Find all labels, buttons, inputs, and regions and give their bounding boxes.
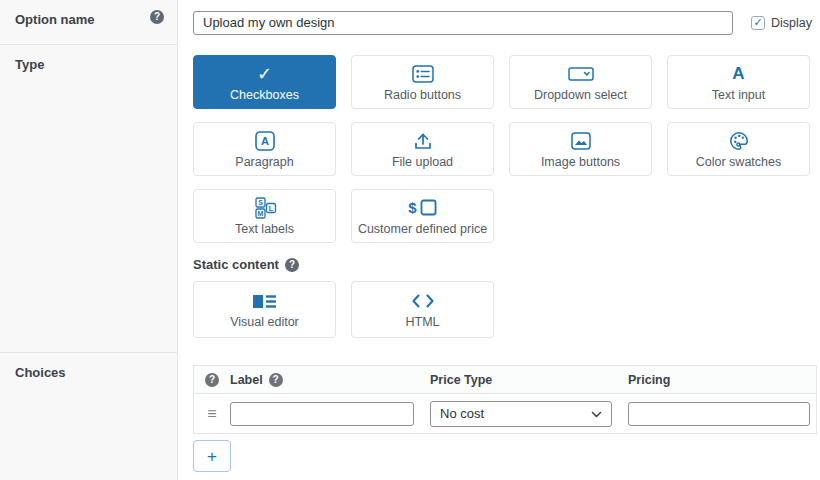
tile-color-swatches[interactable]: Color swatches [667, 122, 810, 176]
price-type-selected-value: No cost [440, 406, 484, 421]
tile-label: Image buttons [541, 156, 620, 169]
tile-text-labels[interactable]: S M L Text labels [193, 189, 336, 243]
choices-content: ? Label ? Price Type Pricing ≡ [178, 353, 820, 480]
static-tile-grid: Visual editor HTML [193, 281, 812, 338]
display-label: Display [771, 16, 812, 30]
type-tile-grid: ✓ Checkboxes Radio buttons [193, 55, 812, 243]
choices-table: ? Label ? Price Type Pricing ≡ [193, 365, 817, 434]
tile-label: Text labels [235, 223, 294, 236]
tile-label: Paragraph [235, 156, 293, 169]
pricing-column-header: Pricing [628, 373, 670, 387]
tile-label: File upload [392, 156, 453, 169]
tile-text-input[interactable]: A Text input [667, 55, 810, 109]
display-checkbox[interactable]: ✓ [751, 16, 765, 30]
tile-label: HTML [405, 316, 439, 329]
option-name-input[interactable] [193, 11, 733, 35]
drag-handle-icon[interactable]: ≡ [207, 406, 216, 422]
svg-text:M: M [257, 210, 263, 217]
svg-text:A: A [261, 135, 269, 147]
svg-text:S: S [258, 199, 263, 206]
tile-dropdown-select[interactable]: Dropdown select [509, 55, 652, 109]
type-row: Type ✓ Checkboxes [0, 45, 820, 353]
static-content-help-icon[interactable]: ? [285, 258, 299, 272]
option-editor-form: Option name ? ✓ Display Type ✓ Checkboxe… [0, 0, 820, 480]
tile-label: Checkboxes [230, 89, 299, 102]
image-icon [571, 130, 591, 152]
tile-file-upload[interactable]: File upload [351, 122, 494, 176]
choices-label-cell: Choices [0, 353, 178, 480]
dollar-box-icon: $ [408, 197, 436, 219]
size-labels-icon: S M L [253, 197, 277, 219]
tile-label: Text input [712, 89, 766, 102]
upload-icon [413, 130, 433, 152]
radio-list-icon [412, 63, 434, 85]
tile-checkboxes[interactable]: ✓ Checkboxes [193, 55, 336, 109]
tile-visual-editor[interactable]: Visual editor [193, 281, 336, 338]
letter-a-icon: A [732, 63, 744, 85]
option-name-label: Option name [15, 12, 94, 27]
palette-icon [729, 130, 749, 152]
check-icon: ✓ [753, 17, 762, 28]
price-type-column-header: Price Type [430, 373, 492, 387]
svg-text:L: L [268, 204, 273, 211]
tile-image-buttons[interactable]: Image buttons [509, 122, 652, 176]
tile-label: Visual editor [230, 316, 299, 329]
code-brackets-icon [411, 290, 435, 312]
label-help-icon[interactable]: ? [269, 373, 283, 387]
pricing-input[interactable] [628, 402, 810, 426]
tile-label: Color swatches [696, 156, 781, 169]
static-content-label: Static content ? [193, 257, 812, 272]
dropdown-icon [568, 63, 594, 85]
checkmark-icon: ✓ [257, 63, 272, 85]
price-type-select[interactable]: No cost [430, 401, 612, 427]
label-column-header: Label [230, 373, 263, 387]
type-content: ✓ Checkboxes Radio buttons [178, 45, 820, 353]
tile-paragraph[interactable]: A Paragraph [193, 122, 336, 176]
tile-radio-buttons[interactable]: Radio buttons [351, 55, 494, 109]
option-name-row: Option name ? ✓ Display [0, 0, 820, 45]
tile-label: Customer defined price [358, 223, 487, 236]
type-label: Type [15, 57, 44, 72]
choice-row: ≡ No cost [194, 394, 816, 433]
add-choice-button[interactable]: + [193, 440, 231, 472]
tile-customer-defined-price[interactable]: $ Customer defined price [351, 189, 494, 243]
choices-label: Choices [15, 365, 66, 380]
tile-html[interactable]: HTML [351, 281, 494, 338]
choices-table-header: ? Label ? Price Type Pricing [194, 366, 816, 394]
option-name-help-icon[interactable]: ? [150, 10, 164, 24]
boxed-a-icon: A [255, 130, 275, 152]
option-name-label-cell: Option name ? [0, 0, 178, 45]
tile-label: Dropdown select [534, 89, 627, 102]
chevron-down-icon [591, 406, 602, 421]
plus-icon: + [207, 448, 217, 465]
visual-editor-icon [252, 290, 278, 312]
tile-label: Radio buttons [384, 89, 461, 102]
type-label-cell: Type [0, 45, 178, 353]
row-help-icon[interactable]: ? [205, 373, 219, 387]
choice-label-input[interactable] [230, 402, 414, 426]
option-name-content: ✓ Display [178, 0, 820, 45]
choices-row: Choices ? Label ? Price Type Pricing [0, 353, 820, 480]
